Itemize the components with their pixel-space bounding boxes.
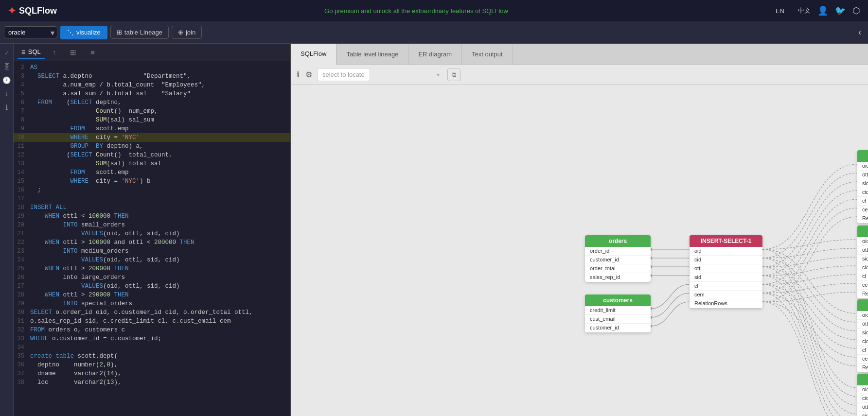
copy-button[interactable]: ⧉ (447, 69, 461, 81)
code-line: 9 FROM scott.emp (14, 124, 290, 133)
sidebar-icon-db[interactable]: 🗄 (1, 61, 12, 72)
sidebar-icon-download[interactable]: ↓ (1, 88, 12, 99)
lang-en[interactable]: EN (776, 7, 784, 15)
github-icon[interactable]: ⬡ (852, 5, 860, 16)
sidebar-icon-info[interactable]: ℹ (1, 102, 12, 113)
code-line: 24 VALUES(oid, ottl, sid, cid) (14, 256, 290, 264)
left-sidebar: ✓ 🗄 🕐 ↓ ℹ (0, 44, 14, 416)
insert-field-cid: cid (690, 256, 762, 264)
schema-tab-icon: ⊞ (70, 48, 76, 57)
code-line: 27 VALUES(oid, ottl, sid, cid) (14, 282, 290, 291)
collapse-button[interactable]: ‹ (855, 25, 864, 39)
field-order-id: order_id (585, 247, 651, 256)
settings-button[interactable]: ⚙ (304, 69, 313, 80)
node-insert-select: INSERT-SELECT-1 oid cid ottl sid cl cem … (690, 235, 762, 308)
code-line: 19 WHEN ottl < 100000 THEN (14, 212, 290, 221)
node-small-orders: small_orders oid ottl sid cid cl cem Rel… (857, 299, 868, 372)
user-icon[interactable]: 👤 (817, 5, 828, 16)
main-layout: ✓ 🗄 🕐 ↓ ℹ ≡ SQL ↑ ⊞ ≡ 2AS3 SELECT (0, 44, 868, 416)
node-customers-header: customers (585, 295, 651, 306)
editor-tabs: ≡ SQL ↑ ⊞ ≡ (14, 44, 290, 61)
editor-panel: ≡ SQL ↑ ⊞ ≡ 2AS3 SELECT a.deptno "Depart… (14, 44, 291, 416)
node-large-orders-body: oid ottl sid cid cl cem RelationRows (857, 162, 868, 223)
code-line: 33WHERE o.customer_id = c.customer_id; (14, 334, 290, 343)
upload-tab-icon: ↑ (53, 48, 56, 56)
table-lineage-button[interactable]: ⊞ table Lineage (110, 26, 169, 39)
promo-text: Go premium and unlock all the extraordin… (324, 7, 508, 15)
code-line: 12 (SELECT Count() total_count, (14, 151, 290, 159)
insert-field-ottl: ottl (690, 264, 762, 273)
code-line: 2AS (14, 63, 290, 72)
code-line: 17 (14, 194, 290, 203)
code-line: 15 WHERE city = 'NYC') b (14, 177, 290, 186)
field-customer-id: customer_id (585, 256, 651, 264)
node-special-orders: special_orders oid cid ottl sid cl cem R… (857, 374, 868, 416)
table-lineage-icon: ⊞ (117, 29, 122, 36)
main-toolbar: oracle ▾ ⋱ visualize ⊞ table Lineage ⊕ j… (0, 21, 868, 44)
field-order-total: order_total (585, 264, 651, 273)
info-button[interactable]: ℹ (296, 69, 301, 80)
code-line: 31o.sales_rep_id sid, c.credit_limit cl,… (14, 317, 290, 326)
node-insert-header: INSERT-SELECT-1 (690, 235, 762, 247)
connector-svg (291, 85, 868, 416)
settings-tab-icon: ≡ (90, 48, 95, 56)
field-credit-limit: credit_limit (585, 306, 651, 315)
code-line: 29 INTO special_orders (14, 299, 290, 308)
tab-sqlflow[interactable]: SQLFlow (291, 44, 337, 65)
code-line: 28 WHEN ottl > 290000 THEN (14, 291, 290, 299)
code-line: 8 SUM(sal) sal_sum (14, 116, 290, 124)
lang-zh[interactable]: 中文 (798, 6, 811, 15)
node-small-orders-header: small_orders (857, 299, 868, 311)
nav-right: EN 中文 👤 🐦 ⬡ (776, 5, 860, 16)
code-editor[interactable]: 2AS3 SELECT a.deptno "Department",4 a.nu… (14, 61, 290, 416)
sql-tab-label: SQL (28, 48, 41, 55)
tab-text-output[interactable]: Text output (462, 44, 513, 65)
sidebar-icon-clock[interactable]: 🕐 (1, 75, 12, 86)
code-line: 10 WHERE city = 'NYC' (14, 133, 290, 142)
tab-schema[interactable]: ⊞ (66, 46, 83, 59)
right-tabs: SQLFlow Table level lineage ER diagram T… (291, 44, 868, 65)
code-line: 14 FROM scott.emp (14, 168, 290, 177)
join-button[interactable]: ⊕ join (172, 26, 202, 39)
node-medium-orders-body: oid ottl sid cid cl cem RelationRows (857, 237, 868, 298)
node-orders-body: order_id customer_id order_total sales_r… (585, 247, 651, 282)
tab-upload[interactable]: ↑ (49, 46, 63, 58)
topnav: ✦ SQLFlow Go premium and unlock all the … (0, 0, 868, 21)
tab-settings[interactable]: ≡ (87, 46, 101, 58)
code-line: 5 a.sal_sum / b.total_sal "Salary" (14, 89, 290, 98)
node-special-orders-header: special_orders (857, 374, 868, 385)
node-customers: customers credit_limit cust_email custom… (585, 295, 651, 332)
node-large-orders-header: large_orders (857, 150, 868, 162)
code-line: 35create table scott.dept( (14, 352, 290, 361)
code-line: 30SELECT o.order_id oid, o.customer_id c… (14, 308, 290, 317)
code-line: 11 GROUP BY deptno) a, (14, 142, 290, 151)
node-large-orders: large_orders oid ottl sid cid cl cem Rel… (857, 150, 868, 223)
field-customer-id2: customer_id (585, 324, 651, 332)
locate-select[interactable]: select to locate (317, 68, 370, 81)
visualize-icon: ⋱ (67, 29, 74, 36)
insert-field-sid: sid (690, 273, 762, 282)
node-medium-orders-header: medium_orders (857, 225, 868, 237)
code-line: 34 (14, 343, 290, 352)
code-line: 18INSERT ALL (14, 203, 290, 212)
code-line: 3 SELECT a.deptno "Department", (14, 72, 290, 81)
visualize-button[interactable]: ⋱ visualize (60, 26, 107, 39)
database-select[interactable]: oracle (4, 26, 57, 38)
code-line: 4 a.num_emp / b.total_count "Employees", (14, 81, 290, 89)
logo-icon: ✦ (8, 5, 16, 17)
insert-field-relationrows: RelationRows (690, 299, 762, 308)
sidebar-icon-check[interactable]: ✓ (1, 48, 12, 58)
code-line: 23 INTO medium_orders (14, 247, 290, 256)
tab-sql[interactable]: ≡ SQL (18, 46, 45, 59)
node-orders-header: orders (585, 235, 651, 247)
field-cust-email: cust_email (585, 315, 651, 324)
code-line: 25 WHEN ottl > 200000 THEN (14, 264, 290, 273)
tab-table-level-lineage[interactable]: Table level lineage (337, 44, 408, 65)
code-line: 36 deptno number(2,0), (14, 361, 290, 369)
code-line: 21 VALUES(oid, ottl, sid, cid) (14, 229, 290, 238)
insert-field-cem: cem (690, 291, 762, 299)
tab-er-diagram[interactable]: ER diagram (408, 44, 462, 65)
insert-field-cl: cl (690, 282, 762, 291)
twitter-icon[interactable]: 🐦 (835, 5, 846, 16)
insert-field-oid: oid (690, 247, 762, 256)
